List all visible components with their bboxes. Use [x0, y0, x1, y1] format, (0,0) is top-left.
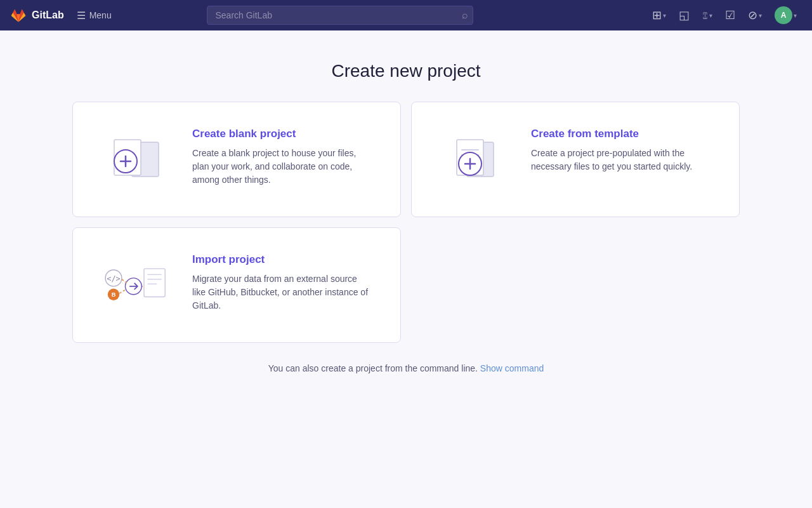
import-project-content: Import project Migrate your data from an… [192, 253, 370, 312]
chevron-down-icon-mr: ▾ [709, 12, 712, 19]
merge-requests-button[interactable]: ⑄ ▾ [697, 6, 717, 25]
svg-line-24 [119, 289, 126, 293]
bottom-note: You can also create a project from the c… [268, 363, 544, 373]
import-project-card[interactable]: </> B Import project Migrate your data f… [72, 227, 401, 343]
plus-icon: ⊞ [652, 8, 662, 22]
blank-project-title: Create blank project [192, 128, 370, 140]
blank-project-card[interactable]: Create blank project Create a blank proj… [72, 102, 401, 217]
chevron-down-icon-help: ▾ [759, 12, 762, 19]
issues-button[interactable]: ☑ [720, 4, 740, 26]
code-review-button[interactable]: ◱ [674, 4, 695, 26]
chevron-down-icon: ▾ [663, 12, 666, 19]
template-project-icon [437, 128, 513, 191]
import-project-description: Migrate your data from an external sourc… [192, 272, 370, 312]
svg-text:</>: </> [107, 274, 121, 283]
brand-link[interactable]: GitLab [10, 7, 64, 23]
svg-rect-13 [144, 269, 165, 297]
template-project-description: Create a project pre-populated with the … [531, 147, 709, 173]
main-content: Create new project Create blank project … [0, 0, 812, 508]
blank-project-icon [98, 128, 174, 191]
code-review-icon: ◱ [679, 8, 690, 22]
check-icon: ☑ [725, 8, 735, 22]
blank-project-description: Create a blank project to house your fil… [192, 147, 370, 187]
template-project-card[interactable]: Create from template Create a project pr… [411, 102, 740, 217]
page-title: Create new project [331, 61, 480, 81]
search-input[interactable] [207, 6, 473, 25]
svg-line-23 [122, 279, 126, 283]
template-project-title: Create from template [531, 128, 709, 140]
merge-request-icon: ⑄ [702, 10, 708, 21]
search-icon[interactable]: ⌕ [462, 10, 468, 21]
chevron-down-icon-user: ▾ [794, 12, 797, 19]
create-new-button[interactable]: ⊞ ▾ [647, 4, 671, 26]
help-icon: ⊘ [748, 8, 757, 22]
import-project-icon: </> B [98, 253, 174, 317]
navbar-actions: ⊞ ▾ ◱ ⑄ ▾ ☑ ⊘ ▾ A ▾ [647, 3, 802, 28]
template-project-content: Create from template Create a project pr… [531, 128, 709, 173]
import-project-title: Import project [192, 253, 370, 266]
svg-text:B: B [112, 291, 116, 298]
menu-button[interactable]: ☰ Menu [72, 7, 117, 24]
brand-name: GitLab [32, 10, 64, 21]
search-bar: ⌕ [207, 6, 473, 25]
hamburger-icon: ☰ [77, 10, 86, 22]
blank-project-content: Create blank project Create a blank proj… [192, 128, 370, 187]
menu-label: Menu [89, 10, 112, 20]
cards-grid: Create blank project Create a blank proj… [57, 102, 755, 343]
gitlab-logo-icon [10, 7, 27, 23]
avatar: A [775, 6, 792, 24]
navbar: GitLab ☰ Menu ⌕ ⊞ ▾ ◱ ⑄ ▾ ☑ ⊘ ▾ A [0, 0, 812, 30]
show-command-link[interactable]: Show command [480, 363, 544, 373]
user-avatar-button[interactable]: A ▾ [769, 3, 802, 28]
help-button[interactable]: ⊘ ▾ [743, 4, 767, 26]
